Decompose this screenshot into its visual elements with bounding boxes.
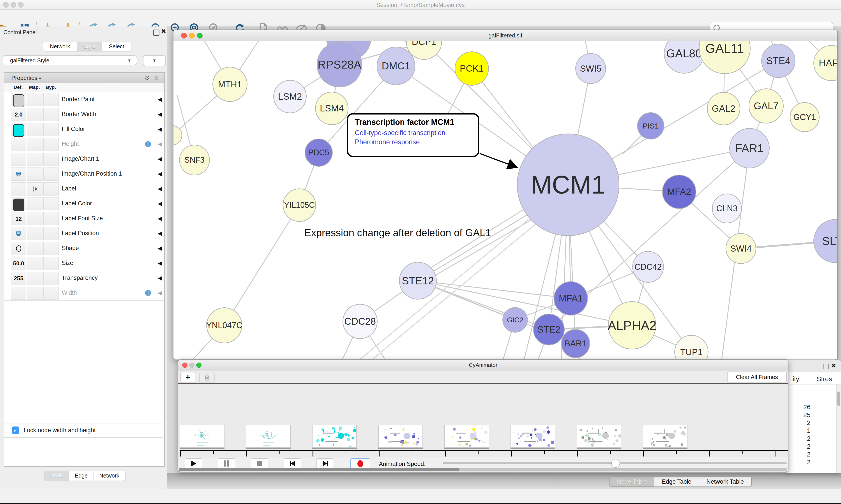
bypass-cell[interactable] (43, 257, 59, 270)
network-node-LSM4[interactable]: LSM4 (315, 92, 348, 125)
timeline-playhead[interactable] (377, 410, 377, 450)
network-node-GCY1[interactable]: GCY1 (790, 102, 820, 132)
bypass-cell[interactable] (43, 108, 59, 121)
expand-row-icon[interactable]: ◀ (158, 156, 162, 162)
mapping-cell[interactable] (27, 212, 42, 225)
expand-row-icon[interactable]: ◀ (158, 215, 162, 221)
property-row-fill-color[interactable]: Fill Color◀ (4, 122, 164, 137)
network-node-RPS28A[interactable]: RPS28A (317, 42, 362, 87)
network-node-YNL047C[interactable]: YNL047C (206, 307, 242, 343)
bypass-cell[interactable] (43, 167, 59, 181)
network-node-GIC2[interactable]: GIC2 (502, 307, 528, 332)
delete-frame-button[interactable] (199, 372, 215, 383)
default-cell[interactable] (11, 227, 26, 240)
timeline-panel[interactable]: 0123456789 Seconds (178, 384, 788, 466)
stop-button[interactable] (251, 458, 268, 469)
bypass-cell[interactable] (43, 272, 59, 285)
mapping-cell[interactable] (27, 167, 42, 181)
network-node-ALPHA2[interactable]: ALPHA2 (608, 301, 656, 349)
table-vscrollbar[interactable] (836, 384, 841, 473)
info-icon[interactable] (145, 289, 151, 296)
close-panel-icon[interactable]: ✖ (831, 363, 836, 368)
default-cell[interactable] (11, 93, 26, 106)
table-row[interactable]: 2 (786, 458, 810, 466)
mapping-cell[interactable] (27, 108, 42, 121)
mapping-cell[interactable] (27, 197, 42, 211)
bypass-cell[interactable] (43, 138, 59, 151)
timeline-frame-4[interactable] (444, 425, 489, 448)
network-node-MTH1[interactable]: MTH1 (212, 67, 248, 102)
timeline-frame-2[interactable] (312, 425, 357, 448)
float-panel-icon[interactable] (823, 364, 828, 370)
position-icon[interactable] (15, 230, 22, 237)
mapping-cell[interactable] (27, 272, 42, 285)
network-node-SWI5[interactable]: SWI5 (575, 53, 606, 84)
network-node-MCM1[interactable]: MCM1 (517, 133, 619, 236)
default-cell[interactable] (11, 182, 26, 196)
default-cell[interactable] (11, 242, 26, 255)
expand-all-icon[interactable] (144, 75, 150, 81)
default-cell[interactable]: 12 (11, 212, 26, 225)
pause-button[interactable] (218, 458, 235, 469)
network-node-STE2[interactable]: STE2 (533, 314, 565, 345)
mapping-cell[interactable] (27, 242, 42, 255)
network-node-STE4[interactable]: STE4 (761, 44, 795, 78)
expand-row-icon[interactable]: ◀ (158, 245, 162, 251)
bypass-cell[interactable] (43, 197, 59, 211)
expand-row-icon[interactable]: ◀ (158, 186, 162, 192)
bypass-cell[interactable] (43, 212, 59, 225)
table-row[interactable]: 2 (786, 419, 810, 427)
property-row-label-color[interactable]: Label Color◀ (4, 196, 164, 211)
table-row[interactable]: 1 (786, 427, 810, 434)
expand-row-icon[interactable]: ◀ (158, 96, 162, 103)
tab-style[interactable]: Style (77, 42, 103, 51)
expand-row-icon[interactable]: ◀ (158, 230, 162, 236)
expand-row-icon[interactable]: ◀ (158, 275, 162, 281)
network-node-CDC28[interactable]: CDC28 (342, 304, 378, 339)
mapping-cell[interactable] (27, 257, 42, 270)
mapping-cell[interactable] (27, 227, 42, 240)
expand-row-icon[interactable]: ◀ (158, 141, 162, 147)
style-options-button[interactable]: ▾ (143, 55, 166, 66)
tab-select[interactable]: Select (102, 42, 131, 51)
network-node-PCK1[interactable]: PCK1 (455, 51, 489, 86)
property-row-image-chart-1[interactable]: Image/Chart 1◀ (4, 151, 164, 167)
network-node-MFA2[interactable]: MFA2 (662, 175, 696, 209)
default-cell[interactable] (11, 287, 26, 300)
bypass-cell[interactable] (43, 287, 59, 300)
hscrollbar-thumb[interactable] (179, 468, 460, 471)
default-value[interactable]: 255 (11, 272, 26, 285)
property-row-size[interactable]: 50.0Size◀ (4, 256, 164, 271)
bypass-cell[interactable] (43, 93, 59, 106)
default-cell[interactable]: 2.0 (11, 108, 26, 121)
timeline-frame-1[interactable] (246, 425, 291, 448)
color-swatch[interactable] (13, 124, 24, 137)
network-canvas[interactable]: RPS28BMTH1RPS28ALSM2LSM4DCP1DMC1PCK1SNF3… (174, 41, 837, 359)
property-row-transparency[interactable]: 255Transparency◀ (4, 271, 164, 286)
network-node-DMC1[interactable]: DMC1 (377, 47, 415, 85)
table-row[interactable]: 2 (786, 435, 810, 442)
property-row-border-paint[interactable]: Border Paint◀ (4, 92, 164, 107)
timeline-frame-6[interactable] (577, 425, 621, 448)
lock-size-checkbox[interactable]: ✓ (12, 427, 19, 434)
skip-to-end-button[interactable] (317, 458, 334, 469)
tab-node-table[interactable]: Node Table (609, 477, 655, 486)
network-node-MFA1[interactable]: MFA1 (554, 281, 588, 316)
expand-row-icon[interactable]: ◀ (158, 111, 162, 118)
style-target-tab-node[interactable]: Node (44, 471, 69, 481)
default-cell[interactable] (11, 123, 26, 136)
tab-edge-table[interactable]: Edge Table (655, 477, 699, 486)
default-cell[interactable] (11, 197, 26, 211)
property-row-height[interactable]: Height◀ (4, 137, 164, 152)
expand-row-icon[interactable]: ◀ (158, 171, 162, 177)
table-row[interactable]: 2 (786, 443, 810, 450)
column-header[interactable]: ity (793, 375, 799, 383)
column-header[interactable]: Stres (817, 375, 832, 383)
network-node-LSM2[interactable]: LSM2 (273, 80, 307, 113)
default-value[interactable]: 2.0 (11, 108, 26, 121)
default-value[interactable]: 50.0 (11, 257, 26, 270)
network-node-CDC42[interactable]: CDC42 (632, 251, 664, 283)
timeline-frame-7[interactable] (643, 425, 687, 448)
bypass-cell[interactable] (43, 182, 59, 196)
add-frame-button[interactable]: + (180, 372, 195, 383)
